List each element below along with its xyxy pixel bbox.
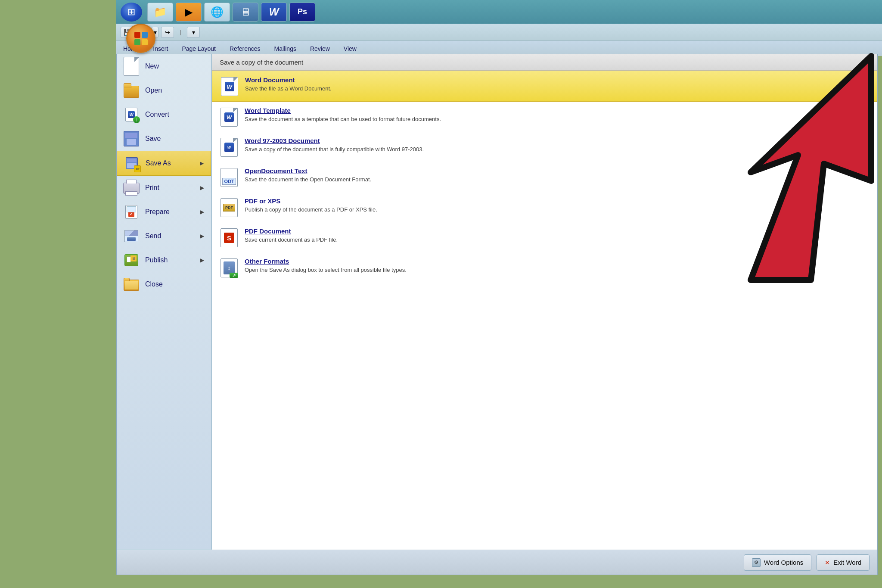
save-panel-header: Save a copy of the document — [212, 54, 877, 71]
save-option-pdf-document[interactable]: S PDF Document Save current document as … — [212, 222, 877, 252]
open-icon — [124, 83, 139, 98]
tab-review[interactable]: Review — [303, 43, 337, 55]
pdf-doc-icon: S — [220, 228, 239, 247]
left-menu-panel: New Open W ↑ Convert — [117, 54, 211, 549]
word-options-icon: ⚙ — [752, 558, 761, 567]
prepare-icon: ✓ — [124, 204, 139, 220]
convert-label: Convert — [145, 111, 169, 118]
word-template-desc: Save the document as a template that can… — [245, 115, 870, 123]
save-option-opendoc[interactable]: ODT OpenDocument Text Save the document … — [212, 162, 877, 192]
taskbar: ⊞ 📁 ▶ 🌐 🖥 W Ps — [116, 0, 882, 24]
word-document-icon: W — [220, 77, 239, 96]
opendoc-icon: ODT — [220, 168, 239, 187]
menu-item-open[interactable]: Open — [117, 78, 211, 103]
new-icon — [124, 59, 139, 74]
send-arrow-icon: ▶ — [200, 233, 204, 239]
send-label: Send — [145, 232, 161, 240]
tab-mailings[interactable]: Mailings — [267, 43, 303, 55]
save-option-other-formats[interactable]: ↕ ↗ Other Formats Open the Save As dialo… — [212, 252, 877, 283]
word-template-title: Word Template — [245, 107, 870, 114]
tab-view[interactable]: View — [337, 43, 363, 55]
open-label: Open — [145, 87, 162, 94]
save-label: Save — [145, 135, 161, 143]
exit-word-button[interactable]: ✕ Exit Word — [817, 554, 870, 571]
pdf-document-content: PDF Document Save current document as a … — [245, 227, 870, 244]
prepare-label: Prepare — [145, 208, 170, 216]
pdf-xps-title: PDF or XPS — [245, 197, 870, 205]
opendoc-content: OpenDocument Text Save the document in t… — [245, 167, 870, 184]
save-as-label: Save As — [146, 159, 171, 167]
pdf-xps-desc: Publish a copy of the document as a PDF … — [245, 206, 870, 214]
taskbar-chrome-btn[interactable]: 🌐 — [204, 3, 230, 22]
pdf-document-desc: Save current document as a PDF file. — [245, 236, 870, 244]
bottom-bar: ⚙ Word Options ✕ Exit Word — [117, 550, 877, 575]
word-97-content: Word 97-2003 Document Save a copy of the… — [245, 137, 870, 153]
pdf-document-title: PDF Document — [245, 227, 870, 235]
taskbar-play-btn[interactable]: ▶ — [176, 3, 202, 22]
menu-item-print[interactable]: Print ▶ — [117, 176, 211, 200]
redo-btn[interactable]: ↪ — [161, 27, 174, 38]
windows-orb[interactable]: ⊞ — [121, 3, 142, 22]
taskbar-word-btn[interactable]: W — [261, 3, 287, 22]
other-formats-title: Other Formats — [245, 258, 870, 265]
print-icon — [124, 180, 139, 196]
taskbar-folder-btn[interactable]: 📁 — [147, 3, 173, 22]
menu-item-publish[interactable]: 🖥 Publish ▶ — [117, 248, 211, 272]
close-folder-icon — [124, 277, 139, 292]
word-document-title: Word Document — [245, 76, 869, 84]
convert-icon: W ↑ — [124, 107, 139, 122]
print-arrow-icon: ▶ — [200, 185, 204, 191]
word-window: New Open W ↑ Convert — [116, 54, 878, 575]
send-icon — [124, 228, 139, 244]
other-formats-desc: Open the Save As dialog box to select fr… — [245, 266, 870, 274]
word-template-content: Word Template Save the document as a tem… — [245, 107, 870, 123]
pdf-xps-icon: PDF — [220, 198, 239, 217]
menu-item-prepare[interactable]: ✓ Prepare ▶ — [117, 200, 211, 224]
tab-references[interactable]: References — [223, 43, 267, 55]
save-panel-header-text: Save a copy of the document — [220, 59, 303, 66]
print-label: Print — [145, 184, 159, 192]
taskbar-monitor-btn[interactable]: 🖥 — [233, 3, 258, 22]
word-options-button[interactable]: ⚙ Word Options — [744, 554, 811, 571]
word-97-title: Word 97-2003 Document — [245, 137, 870, 144]
customize-qa-btn[interactable]: ▾ — [187, 27, 200, 38]
menu-item-new[interactable]: New — [117, 54, 211, 78]
menu-item-close[interactable]: Close — [117, 272, 211, 296]
word-template-icon: W — [220, 108, 239, 127]
tab-page-layout[interactable]: Page Layout — [175, 43, 223, 55]
taskbar-ps-btn[interactable]: Ps — [289, 3, 315, 22]
other-formats-content: Other Formats Open the Save As dialog bo… — [245, 258, 870, 274]
save-option-word-97[interactable]: W Word 97-2003 Document Save a copy of t… — [212, 132, 877, 162]
save-as-icon: ✏ — [124, 156, 140, 171]
word-97-desc: Save a copy of the document that is full… — [245, 146, 870, 153]
new-label: New — [145, 62, 159, 70]
menu-item-send[interactable]: Send ▶ — [117, 224, 211, 248]
save-option-pdf-xps[interactable]: PDF PDF or XPS Publish a copy of the doc… — [212, 192, 877, 222]
opendoc-title: OpenDocument Text — [245, 167, 870, 174]
pdf-xps-content: PDF or XPS Publish a copy of the documen… — [245, 197, 870, 214]
exit-word-label: Exit Word — [833, 559, 861, 566]
opendoc-desc: Save the document in the Open Document F… — [245, 176, 870, 184]
prepare-arrow-icon: ▶ — [200, 209, 204, 215]
publish-label: Publish — [145, 256, 168, 264]
other-formats-icon: ↕ ↗ — [220, 258, 239, 277]
menu-item-convert[interactable]: W ↑ Convert — [117, 103, 211, 127]
menu-item-save-as[interactable]: ✏ Save As ▶ — [117, 151, 211, 176]
word-options-label: Word Options — [764, 559, 803, 566]
word-document-content: Word Document Save the file as a Word Do… — [245, 76, 869, 93]
publish-arrow-icon: ▶ — [200, 257, 204, 263]
word-97-icon: W — [220, 138, 239, 157]
quick-access-toolbar: 💾 ↩ ▾ ↪ | ▾ — [116, 24, 882, 41]
save-icon — [124, 131, 139, 146]
save-as-panel: Save a copy of the document W Word Docum… — [211, 54, 877, 575]
exit-word-icon: ✕ — [825, 559, 830, 566]
toolbar-separator: | — [177, 27, 184, 38]
close-label: Close — [145, 280, 163, 288]
word-document-desc: Save the file as a Word Document. — [245, 85, 869, 93]
save-as-arrow-icon: ▶ — [200, 160, 204, 166]
save-option-word-template[interactable]: W Word Template Save the document as a t… — [212, 102, 877, 132]
publish-icon: 🖥 — [124, 252, 139, 268]
office-orb-button[interactable] — [126, 24, 155, 53]
menu-item-save[interactable]: Save — [117, 127, 211, 151]
save-option-word-document[interactable]: W Word Document Save the file as a Word … — [212, 71, 877, 102]
